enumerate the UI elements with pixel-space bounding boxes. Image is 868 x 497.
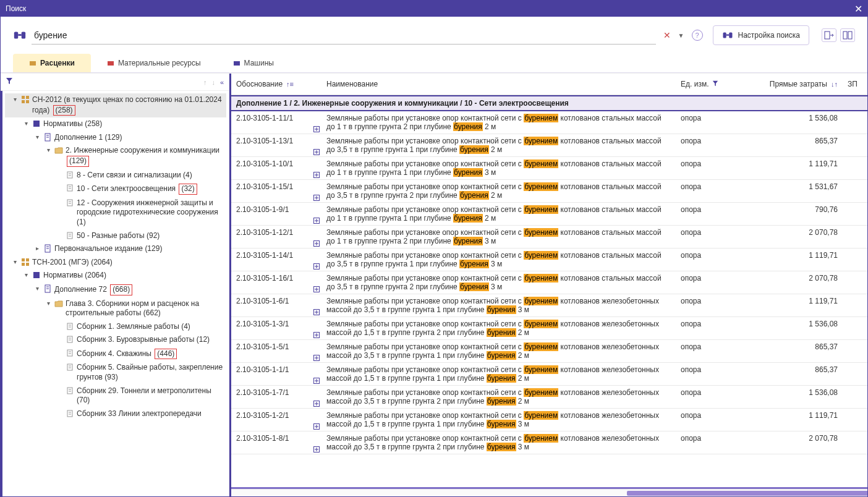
search-dropdown-icon[interactable]: ▼	[678, 32, 684, 39]
tab-icon	[233, 59, 240, 67]
table-row[interactable]: 2.10-3105-1-3/1Земляные работы при устан…	[231, 317, 867, 340]
chevron-icon[interactable]: ▾	[11, 95, 19, 103]
expand-row-icon[interactable]	[312, 227, 321, 247]
tree-node[interactable]: Сборник 5. Свайные работы, закрепление г…	[5, 361, 226, 384]
tree-node[interactable]: ▾Нормативы (258)	[5, 117, 226, 131]
tab-1[interactable]: Материальные ресурсы	[91, 54, 217, 72]
chevron-icon[interactable]: ▾	[11, 258, 19, 266]
search-settings-button[interactable]: Настройка поиска	[713, 25, 809, 45]
tab-0[interactable]: Расценки	[13, 54, 91, 72]
table-row[interactable]: 2.10-3105-1-8/1Земляные работы при устан…	[231, 431, 867, 454]
tree-node[interactable]: ▾2. Инженерные сооружения и коммуникации…	[5, 144, 226, 168]
col-direct-cost[interactable]: Прямые затраты ↓↑	[756, 80, 843, 88]
table-row[interactable]: 2.10-3105-1-11/1Земляные работы при уста…	[231, 111, 867, 134]
nav-up-icon[interactable]: ↑	[203, 79, 207, 86]
chevron-icon[interactable]: ▾	[22, 271, 30, 279]
tree[interactable]: ▾СН-2012 (в текущих ценах по состоянию н…	[1, 91, 229, 496]
help-icon[interactable]: ?	[692, 30, 703, 41]
cell-unit: опора	[676, 135, 756, 155]
cell-name: Земляные работы при установке опор конта…	[321, 387, 676, 407]
table-row[interactable]: 2.10-3105-1-10/1Земляные работы при уста…	[231, 157, 867, 180]
cell-zp	[843, 273, 867, 292]
chevron-icon[interactable]: ▸	[33, 244, 41, 252]
nav-down-icon[interactable]: ↓	[211, 79, 215, 86]
tree-node[interactable]: 50 - Разные работы (92)	[5, 229, 226, 243]
col-name[interactable]: Наименование	[321, 80, 676, 88]
chevron-icon[interactable]: ▾	[33, 284, 41, 292]
table-row[interactable]: 2.10-3105-1-5/1Земляные работы при устан…	[231, 340, 867, 363]
svg-rect-12	[22, 96, 25, 99]
page-icon	[66, 184, 74, 192]
expand-row-icon[interactable]	[312, 273, 321, 292]
table-row[interactable]: 2.10-3105-1-16/1Земляные работы при уста…	[231, 271, 867, 294]
tree-node[interactable]: ▾ТСН-2001 (МГЭ) (2064)	[5, 256, 226, 270]
tree-node[interactable]: ▾Дополнение 72 (668)	[5, 282, 226, 297]
grid-body[interactable]: 2.10-3105-1-11/1Земляные работы при уста…	[231, 111, 867, 489]
tree-node[interactable]: 10 - Сети электроосвещения (32)	[5, 182, 226, 197]
table-row[interactable]: 2.10-3105-1-1/1Земляные работы при устан…	[231, 363, 867, 386]
expand-row-icon[interactable]	[312, 410, 321, 430]
expand-row-icon[interactable]	[312, 250, 321, 270]
tree-node[interactable]: 12 - Сооружения инженерной защиты и горо…	[5, 197, 226, 229]
table-row[interactable]: 2.10-3105-1-13/1Земляные работы при уста…	[231, 134, 867, 157]
table-row[interactable]: 2.10-3105-1-6/1Земляные работы при устан…	[231, 294, 867, 317]
db-icon	[21, 258, 30, 266]
chevron-icon[interactable]: ▾	[45, 299, 52, 307]
sort-asc-icon[interactable]: ↑≡	[286, 80, 294, 88]
page-icon	[66, 363, 74, 372]
insert-button[interactable]	[840, 28, 855, 42]
tree-node[interactable]: Сборник 3. Буровзрывные работы (12)	[5, 333, 226, 347]
expand-row-icon[interactable]	[312, 341, 321, 361]
tree-node[interactable]: Сборник 1. Земляные работы (4)	[5, 320, 226, 334]
expand-row-icon[interactable]	[312, 204, 321, 224]
clear-search-icon[interactable]: ✕	[661, 30, 673, 40]
tree-node[interactable]: ▾Глава 3. Сборники норм и расценок на ст…	[5, 297, 226, 320]
tree-node[interactable]: ▾СН-2012 (в текущих ценах по состоянию н…	[5, 93, 226, 117]
svg-rect-20	[67, 172, 72, 178]
col-justification[interactable]: Обоснование ↑≡	[231, 80, 321, 88]
svg-rect-7	[843, 32, 847, 39]
sort-icon[interactable]: ↓↑	[831, 80, 838, 88]
expand-row-icon[interactable]	[312, 135, 321, 155]
expand-row-icon[interactable]	[312, 181, 321, 201]
hscroll-thumb[interactable]	[627, 491, 867, 496]
expand-row-icon[interactable]	[312, 158, 321, 178]
chevron-icon[interactable]: ▾	[22, 119, 30, 127]
tab-2[interactable]: Машины	[217, 54, 290, 72]
expand-row-icon[interactable]	[312, 433, 321, 452]
col-zp[interactable]: ЗП	[843, 80, 867, 88]
search-input[interactable]	[32, 27, 656, 45]
go-to-button[interactable]	[822, 28, 836, 42]
expand-row-icon[interactable]	[312, 364, 321, 384]
table-row[interactable]: 2.10-3105-1-9/1Земляные работы при устан…	[231, 203, 867, 226]
tree-node[interactable]: Сборник 4. Скважины (446)	[5, 347, 226, 362]
tree-node[interactable]: ▸Первоначальное издание (129)	[5, 242, 226, 256]
expand-row-icon[interactable]	[312, 295, 321, 315]
col-unit[interactable]: Ед. изм.	[676, 80, 756, 88]
tree-node-label: Сборник 33 Линии электропередачи	[77, 409, 225, 419]
highlight: бурением	[524, 388, 558, 397]
table-row[interactable]: 2.10-3105-1-12/1Земляные работы при уста…	[231, 226, 867, 248]
tree-node-label: Сборник 4. Скважины (446)	[77, 349, 225, 360]
table-row[interactable]: 2.10-3105-1-7/1Земляные работы при устан…	[231, 386, 867, 409]
hscrollbar[interactable]	[231, 489, 867, 496]
table-row[interactable]: 2.10-3105-1-14/1Земляные работы при уста…	[231, 248, 867, 271]
table-row[interactable]: 2.10-3105-1-2/1Земляные работы при устан…	[231, 409, 867, 431]
tree-node[interactable]: ▾Нормативы (2064)	[5, 269, 226, 282]
tree-node[interactable]: 8 - Сети связи и сигнализации (4)	[5, 169, 226, 182]
tree-node[interactable]: ▾Дополнение 1 (129)	[5, 131, 226, 145]
chevron-icon[interactable]: ▾	[33, 133, 41, 141]
expand-row-icon[interactable]	[312, 113, 321, 132]
chevron-icon[interactable]: ▾	[45, 146, 52, 154]
expand-row-icon[interactable]	[312, 318, 321, 338]
expand-row-icon[interactable]	[312, 387, 321, 407]
tree-node[interactable]: Сборник 29. Тоннели и метрополитены (70)	[5, 384, 226, 407]
table-row[interactable]: 2.10-3105-1-15/1Земляные работы при уста…	[231, 180, 867, 203]
collapse-sidebar-icon[interactable]: «	[220, 79, 224, 86]
filter-icon[interactable]	[712, 80, 718, 88]
filter-icon[interactable]	[6, 77, 13, 87]
doc-icon	[43, 244, 52, 253]
tree-node[interactable]: Сборник 33 Линии электропередачи	[5, 407, 226, 421]
svg-rect-14	[22, 100, 25, 103]
close-icon[interactable]: ✕	[854, 3, 862, 15]
